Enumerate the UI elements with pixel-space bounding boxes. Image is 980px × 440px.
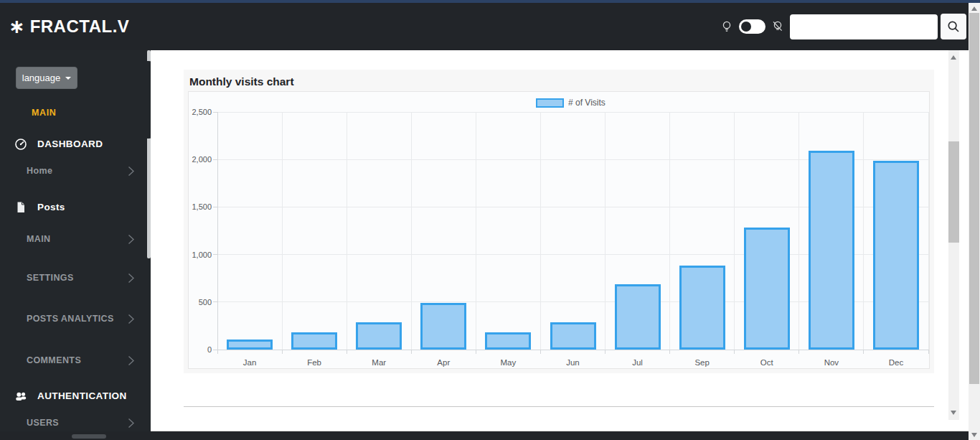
- page-scrollbar[interactable]: [969, 3, 980, 440]
- search-icon: [947, 20, 960, 33]
- y-tick-label: 0: [189, 345, 212, 354]
- sidebar-item-main[interactable]: MAIN: [0, 231, 151, 248]
- bar-may[interactable]: [485, 332, 531, 350]
- sidebar-item-label: Home: [27, 166, 52, 176]
- sidebar-item-label: MAIN: [27, 234, 51, 244]
- chart-canvas[interactable]: # of Visits 05001,0001,5002,0002,500JanF…: [188, 91, 930, 369]
- x-axis-tick: [863, 350, 864, 354]
- content-scrollbar[interactable]: [948, 50, 959, 420]
- chart-legend[interactable]: # of Visits: [536, 98, 606, 108]
- app-window: ∗ FRACTAL.V language: [0, 0, 980, 440]
- bar-dec[interactable]: [873, 161, 919, 350]
- language-dropdown-button[interactable]: language: [16, 67, 77, 89]
- bar-jun[interactable]: [550, 322, 596, 350]
- sidebar-item-posts-analytics[interactable]: POSTS ANALYTICS: [0, 311, 151, 328]
- x-axis-tick: [217, 350, 218, 354]
- sidebar-item-label: DASHBOARD: [37, 139, 103, 149]
- horizontal-scrollbar-thumb[interactable]: [72, 434, 106, 439]
- content-scrollbar-thumb[interactable]: [948, 141, 959, 243]
- page-scrollbar-thumb[interactable]: [969, 13, 979, 384]
- sidebar-item-posts[interactable]: Posts: [0, 200, 151, 217]
- legend-label: # of Visits: [568, 98, 606, 108]
- content-scroll-up-icon[interactable]: [951, 55, 956, 60]
- gridline: [605, 112, 606, 350]
- x-axis-tick: [282, 350, 283, 354]
- gridline: [217, 112, 928, 113]
- main-content: Monthly visits chart # of Visits 05001,0…: [151, 50, 969, 431]
- sidebar-item-label: SETTINGS: [27, 273, 74, 283]
- file-icon: [14, 201, 27, 214]
- x-axis-tick: [734, 350, 735, 354]
- bar-feb[interactable]: [291, 332, 337, 350]
- gridline: [347, 112, 347, 350]
- x-axis-tick: [928, 350, 929, 354]
- gridline: [282, 112, 283, 350]
- x-axis-tick: [411, 350, 412, 354]
- bar-apr[interactable]: [420, 303, 466, 350]
- gridline: [217, 112, 218, 350]
- theme-toggle[interactable]: [739, 19, 765, 34]
- bar-jan[interactable]: [227, 340, 273, 350]
- language-dropdown-label: language: [22, 72, 61, 83]
- sidebar-item-label: COMMENTS: [27, 355, 81, 365]
- bar-mar[interactable]: [356, 322, 402, 350]
- x-axis-tick: [476, 350, 476, 354]
- chevron-right-icon[interactable]: [128, 314, 135, 324]
- sidebar-item-comments[interactable]: COMMENTS: [0, 352, 151, 370]
- sidebar-item-main: MAIN: [0, 105, 151, 122]
- plot-area: 05001,0001,5002,0002,500JanFebMarAprMayJ…: [189, 92, 929, 368]
- gauge-icon: [14, 138, 27, 151]
- search-input[interactable]: [790, 14, 938, 39]
- content-scroll-down-icon[interactable]: [951, 411, 956, 415]
- search-button[interactable]: [941, 14, 966, 39]
- x-tick-label: Jan: [217, 358, 282, 367]
- chevron-right-icon[interactable]: [128, 166, 135, 177]
- sidebar-item-label: Posts: [37, 202, 65, 212]
- x-tick-label: May: [476, 358, 540, 367]
- x-tick-label: Sep: [670, 358, 735, 367]
- y-tick-label: 500: [189, 298, 212, 306]
- bar-nov[interactable]: [809, 151, 854, 350]
- sidebar-item-home[interactable]: Home: [0, 163, 151, 180]
- bar-sep[interactable]: [679, 266, 725, 350]
- brand-logo[interactable]: ∗ FRACTAL.V: [9, 3, 129, 50]
- x-tick-label: Oct: [735, 358, 799, 367]
- chevron-right-icon[interactable]: [128, 418, 135, 429]
- sidebar-item-users[interactable]: USERS: [0, 415, 151, 432]
- y-tick-label: 1,000: [189, 251, 212, 259]
- asterisk-logo-icon: ∗: [9, 17, 25, 37]
- x-tick-label: Mar: [347, 358, 411, 367]
- bar-oct[interactable]: [744, 228, 790, 350]
- sidebar-item-dashboard[interactable]: DASHBOARD: [0, 136, 151, 154]
- sidebar-item-settings[interactable]: SETTINGS: [0, 270, 151, 287]
- gridline: [798, 112, 799, 350]
- gridline: [928, 112, 929, 350]
- sidebar: language MAINDASHBOARDHomePostsMAINSETTI…: [0, 50, 151, 440]
- x-tick-label: Feb: [282, 358, 347, 367]
- gridline: [734, 112, 735, 350]
- page-scroll-up-icon[interactable]: [971, 6, 977, 11]
- bar-jul[interactable]: [615, 284, 661, 350]
- gridline: [540, 112, 541, 350]
- x-tick-label: Jul: [606, 358, 670, 367]
- users-icon: [14, 390, 27, 403]
- chevron-right-icon[interactable]: [128, 234, 135, 245]
- brand-name: FRACTAL.V: [30, 17, 130, 37]
- sidebar-item-authentication[interactable]: AUTHENTICATION: [0, 388, 151, 406]
- bulb-off-icon: [771, 20, 784, 33]
- page-scroll-down-icon[interactable]: [971, 433, 977, 437]
- horizontal-divider: [184, 406, 934, 407]
- gridline: [411, 112, 412, 350]
- x-axis-tick: [798, 350, 799, 354]
- x-tick-label: Apr: [411, 358, 476, 367]
- x-tick-label: Dec: [864, 358, 928, 367]
- sidebar-section-heading: MAIN: [32, 108, 56, 118]
- sidebar-item-label: AUTHENTICATION: [37, 390, 127, 401]
- chevron-right-icon[interactable]: [128, 355, 135, 366]
- sidebar-item-label: USERS: [27, 418, 59, 428]
- x-axis-tick: [605, 350, 606, 354]
- horizontal-scrollbar[interactable]: [0, 431, 969, 440]
- x-axis-tick: [669, 350, 670, 354]
- chevron-right-icon[interactable]: [128, 273, 135, 284]
- x-axis-tick: [540, 350, 541, 354]
